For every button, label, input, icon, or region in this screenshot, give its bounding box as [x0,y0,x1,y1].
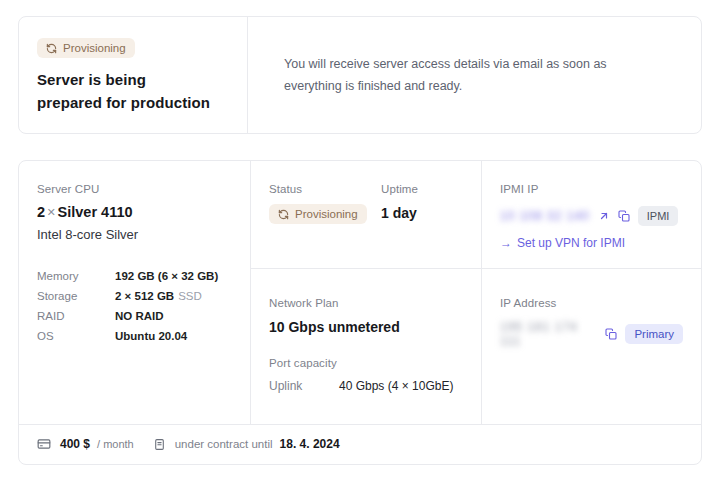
port-capacity-label: Port capacity [269,357,463,369]
ipmi-ip-redacted: 10 108 32 140 [500,209,590,223]
ip-address-section: IP Address 195 181 174 111 Primary [481,268,701,424]
ipmi-button[interactable]: IPMI [638,206,679,226]
spec-label: OS [37,330,115,342]
spec-list: Memory 192 GB (6 × 32 GB) Storage 2 × 51… [37,270,232,342]
copy-icon[interactable] [605,328,617,340]
provision-message-panel: You will receive server access details v… [248,17,701,133]
setup-vpn-link-label: Set up VPN for IPMI [517,236,625,250]
cpu-title: 2×Silver 4110 [37,204,232,220]
network-plan-value: 10 Gbps unmetered [269,319,463,335]
ip-address-label: IP Address [500,297,683,309]
price-value: 400 $ [60,437,90,451]
spec-row-os: OS Ubuntu 20.04 [37,330,232,342]
provision-status-card: Provisioning Server is being prepared fo… [18,16,702,134]
price-suffix: / month [97,438,134,450]
ip-address-redacted: 195 181 174 111 [500,320,597,348]
contract-document-icon [153,438,166,451]
status-label: Status [269,183,381,195]
cpu-count: 2 [37,204,45,220]
spec-value: NO RAID [115,310,164,322]
provision-status-left: Provisioning Server is being prepared fo… [19,17,248,133]
cpu-label: Server CPU [37,183,232,195]
spec-value: 2 × 512 GB [115,290,174,302]
cpu-model: Silver 4110 [58,204,133,220]
uplink-row: Uplink 40 Gbps (4 × 10GbE) [269,379,463,393]
status-provisioning-badge: Provisioning [269,204,367,224]
refresh-icon [46,43,57,54]
primary-ip-badge: Primary [625,324,683,344]
setup-vpn-link[interactable]: → Set up VPN for IPMI [500,236,625,250]
status-section: Status Provisioning Uptime 1 [250,161,481,268]
spec-row-storage: Storage 2 × 512 GB SSD [37,290,232,302]
uplink-label: Uplink [269,379,339,393]
network-plan-label: Network Plan [269,297,463,309]
spec-value: 192 GB (6 × 32 GB) [115,270,218,282]
spec-value-muted: SSD [178,290,202,302]
external-link-icon[interactable] [598,210,610,222]
provisioning-badge-label: Provisioning [63,42,126,54]
status-badge-label: Provisioning [295,208,358,220]
provision-title: Server is being prepared for production [37,68,229,115]
server-detail-card: Server CPU 2×Silver 4110 Intel 8-core Si… [18,160,702,465]
uplink-value: 40 Gbps (4 × 10GbE) [339,379,453,393]
spec-value: Ubuntu 20.04 [115,330,187,342]
uptime-label: Uptime [381,183,418,195]
spec-label: Memory [37,270,115,282]
uptime-value: 1 day [381,205,418,221]
spec-label: Storage [37,290,115,302]
spec-label: RAID [37,310,115,322]
spec-row-raid: RAID NO RAID [37,310,232,322]
contract-date: 18. 4. 2024 [280,437,340,451]
provision-message: You will receive server access details v… [284,53,659,98]
cpu-multiply-sign: × [45,204,57,220]
cpu-section: Server CPU 2×Silver 4110 Intel 8-core Si… [19,161,250,424]
page: Provisioning Server is being prepared fo… [0,0,720,481]
uptime-block: Uptime 1 day [381,183,418,246]
network-plan-section: Network Plan 10 Gbps unmetered Port capa… [250,268,481,424]
copy-icon[interactable] [618,210,630,222]
spec-row-memory: Memory 192 GB (6 × 32 GB) [37,270,232,282]
arrow-right-icon: → [500,236,512,250]
ipmi-section: IPMI IP 10 108 32 140 IPMI → Set up VPN … [481,161,701,268]
status-block: Status Provisioning [269,183,381,246]
contract-text: under contract until [175,438,273,450]
refresh-icon [278,209,289,220]
billing-footer: 400 $ / month under contract until 18. 4… [19,424,701,463]
ipmi-label: IPMI IP [500,183,683,195]
cpu-subtitle: Intel 8-core Silver [37,227,232,242]
provisioning-status-badge: Provisioning [37,38,135,58]
credit-card-icon [37,437,51,451]
